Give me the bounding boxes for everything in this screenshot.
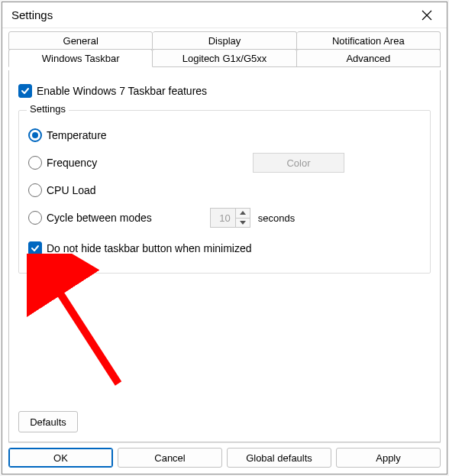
- spinner-up[interactable]: [236, 209, 250, 218]
- tab-row-back: General Display Notification Area: [8, 31, 441, 50]
- tab-row-front: Windows Taskbar Logitech G1x/G5xx Advanc…: [8, 49, 441, 67]
- settings-group: Settings Temperature Frequency Color CPU…: [18, 110, 431, 274]
- tab-notification-area[interactable]: Notification Area: [297, 31, 441, 50]
- dialog-footer: OK Cancel Global defaults Apply: [8, 442, 441, 468]
- settings-group-legend: Settings: [27, 103, 69, 115]
- defaults-button[interactable]: Defaults: [18, 411, 78, 432]
- chevron-up-icon: [240, 211, 246, 215]
- radio-temperature[interactable]: [28, 128, 42, 142]
- tab-general[interactable]: General: [8, 31, 153, 50]
- radio-cycle-modes[interactable]: [28, 211, 42, 225]
- spinner-down[interactable]: [236, 218, 250, 228]
- chevron-down-icon: [240, 221, 246, 225]
- cycle-seconds-input[interactable]: [211, 209, 235, 227]
- do-not-hide-label: Do not hide taskbar button when minimize…: [47, 242, 251, 254]
- radio-cpu-load-label: CPU Load: [47, 184, 96, 196]
- ok-button[interactable]: OK: [8, 448, 113, 468]
- tab-advanced[interactable]: Advanced: [297, 49, 441, 67]
- radio-frequency[interactable]: [28, 156, 42, 170]
- color-button[interactable]: Color: [253, 153, 344, 173]
- client-area: General Display Notification Area Window…: [2, 28, 447, 474]
- tab-windows-taskbar[interactable]: Windows Taskbar: [8, 49, 153, 67]
- tab-logitech[interactable]: Logitech G1x/G5xx: [153, 49, 296, 67]
- close-icon: [422, 10, 432, 21]
- radio-cpu-load[interactable]: [28, 183, 42, 197]
- check-icon: [21, 86, 30, 96]
- tab-container: General Display Notification Area Window…: [8, 31, 441, 67]
- spinner-buttons: [235, 209, 250, 227]
- cycle-seconds-spinner[interactable]: [210, 208, 250, 228]
- global-defaults-button[interactable]: Global defaults: [227, 448, 331, 468]
- radio-cycle-label: Cycle between modes: [47, 212, 152, 224]
- close-button[interactable]: [412, 5, 442, 26]
- settings-window: Settings General Display Notification Ar…: [2, 2, 447, 474]
- do-not-hide-checkbox[interactable]: [28, 241, 42, 255]
- panel-bottom: Defaults: [18, 411, 431, 432]
- enable-taskbar-label: Enable Windows 7 Taskbar features: [37, 85, 207, 97]
- apply-button[interactable]: Apply: [336, 448, 441, 468]
- enable-row: Enable Windows 7 Taskbar features: [18, 84, 431, 98]
- seconds-label: seconds: [258, 212, 295, 224]
- radio-frequency-label: Frequency: [47, 157, 97, 169]
- check-icon: [31, 244, 40, 253]
- enable-taskbar-checkbox[interactable]: [18, 84, 32, 98]
- titlebar: Settings: [2, 2, 447, 28]
- tab-panel-windows-taskbar: Enable Windows 7 Taskbar features Settin…: [8, 70, 441, 442]
- tab-display[interactable]: Display: [153, 31, 296, 50]
- cancel-button[interactable]: Cancel: [118, 448, 222, 468]
- cycle-seconds-wrap: seconds: [210, 208, 295, 228]
- window-title: Settings: [11, 8, 53, 21]
- radio-temperature-label: Temperature: [47, 129, 107, 141]
